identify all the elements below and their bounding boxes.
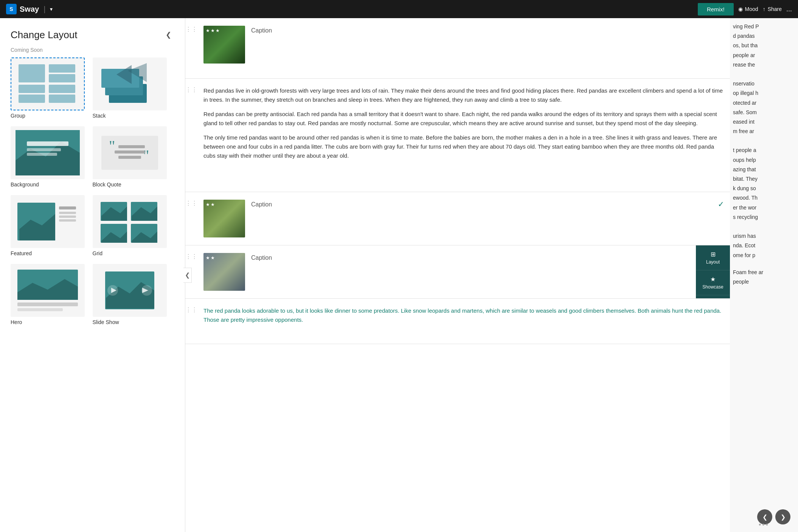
svg-rect-20 xyxy=(118,145,145,148)
svg-rect-5 xyxy=(19,95,45,103)
drag-handle-2[interactable]: ⋮⋮ xyxy=(185,79,197,93)
nav-dropdown[interactable]: ▾ xyxy=(50,6,53,12)
context-menu-showcase[interactable]: ★ Showcase xyxy=(696,270,730,295)
caption-text-4[interactable]: Caption xyxy=(251,253,272,261)
stars-3: ★ ★ xyxy=(206,202,215,207)
layout-item-group[interactable]: Group xyxy=(11,57,93,119)
far-right-line-2: d pandas xyxy=(733,31,795,41)
card-1-content: ★ ★ ★ Caption xyxy=(197,18,730,71)
coming-soon-label: Coming Soon xyxy=(0,47,185,57)
layout-item-block-quote[interactable]: " " Block Quote xyxy=(93,126,175,188)
far-right-line-21: s recycling xyxy=(733,212,795,222)
far-right-line-1: ving Red P xyxy=(733,22,795,31)
context-menu: ⊞ Layout ★ Showcase Delete xyxy=(696,245,730,298)
layout-item-hero[interactable]: Hero xyxy=(11,264,93,325)
quote-block: The red panda looks adorable to us, but … xyxy=(203,306,724,324)
share-button[interactable]: ↑ Share xyxy=(763,6,782,12)
showcase-label: Showcase xyxy=(702,284,723,290)
layout-label-stack: Stack xyxy=(93,113,106,119)
far-right-panel: ving Red P d pandas os, but tha people a… xyxy=(730,18,798,532)
svg-rect-22 xyxy=(118,156,141,159)
image-thumb-4[interactable]: ★ ★ xyxy=(203,253,245,291)
svg-rect-0 xyxy=(19,64,45,82)
content-card-3: ⋮⋮ ★ ★ Caption ✓ xyxy=(185,192,730,245)
mood-icon: ◉ xyxy=(738,6,743,12)
far-right-line-3: os, but tha xyxy=(733,41,795,50)
mood-button[interactable]: ◉ Mood xyxy=(738,6,758,12)
check-icon-3: ✓ xyxy=(712,192,730,209)
app-logo: S Sway xyxy=(6,4,39,14)
drag-handle-5[interactable]: ⋮⋮ xyxy=(185,299,197,313)
svg-text:": " xyxy=(143,147,149,164)
caption-text-3[interactable]: Caption xyxy=(251,200,272,208)
panel-header: Change Layout ❮ xyxy=(0,18,185,47)
far-right-line-24: nda. Ecot xyxy=(733,241,795,250)
far-right-line-22 xyxy=(733,222,795,231)
caption-text-1[interactable]: Caption xyxy=(251,26,272,34)
layout-thumb-slide-show xyxy=(93,264,167,317)
far-right-line-17: bitat. They xyxy=(733,174,795,184)
far-right-line-4: people ar xyxy=(733,51,795,60)
far-right-text: ving Red P d pandas os, but tha people a… xyxy=(730,18,798,290)
card-2-content: Red pandas live in old-growth forests wi… xyxy=(197,79,730,168)
far-right-line-9: otected ar xyxy=(733,98,795,108)
far-right-line-25: ome for p xyxy=(733,251,795,260)
svg-rect-26 xyxy=(59,212,76,214)
layout-thumb-grid xyxy=(93,195,167,248)
nav-divider: | xyxy=(43,5,45,14)
context-menu-delete[interactable]: Delete xyxy=(696,295,730,312)
far-right-line-23: urism has xyxy=(733,231,795,241)
para-2: Red pandas can be pretty antisocial. Eac… xyxy=(203,110,724,128)
layout-label-group: Group xyxy=(11,113,25,119)
layout-item-slide-show[interactable]: Slide Show xyxy=(93,264,175,325)
share-icon: ↑ xyxy=(763,6,765,12)
panel-edge-collapse[interactable]: ❮ xyxy=(183,268,192,283)
content-card-1: ⋮⋮ ★ ★ ★ Caption xyxy=(185,18,730,79)
far-right-foam: Foam free ar xyxy=(733,268,795,277)
remix-button[interactable]: Remix! xyxy=(698,3,734,16)
layout-grid: Group Stack xyxy=(0,57,185,340)
layout-thumb-stack xyxy=(93,57,167,110)
drag-handle-3[interactable]: ⋮⋮ xyxy=(185,192,197,207)
layout-item-featured[interactable]: Featured xyxy=(11,195,93,256)
img-caption-row-3: ★ ★ Caption xyxy=(203,200,706,237)
content-card-4: ⋮⋮ ★ ★ Caption ✓ ⊞ xyxy=(185,245,730,299)
main-area: Change Layout ❮ Coming Soon xyxy=(0,18,798,532)
svg-rect-2 xyxy=(49,74,75,82)
stars-1: ★ ★ ★ xyxy=(206,28,220,33)
layout-item-background[interactable]: Background xyxy=(11,126,93,188)
logo-icon: S xyxy=(6,4,17,14)
far-right-line-15: oups help xyxy=(733,155,795,165)
svg-rect-3 xyxy=(19,85,45,93)
image-thumb-1[interactable]: ★ ★ ★ xyxy=(203,26,245,64)
image-thumb-3[interactable]: ★ ★ xyxy=(203,200,245,237)
delete-label: Delete xyxy=(706,301,720,306)
layout-label-background: Background xyxy=(11,181,39,188)
content-card-5: ⋮⋮ The red panda looks adorable to us, b… xyxy=(185,299,730,344)
stars-4: ★ ★ xyxy=(206,255,215,261)
img-caption-row-4: ★ ★ Caption xyxy=(203,253,706,291)
layout-label-slide-show: Slide Show xyxy=(93,319,119,325)
card-3-content: ★ ★ Caption xyxy=(197,192,712,245)
svg-rect-25 xyxy=(59,206,76,209)
app-name: Sway xyxy=(20,5,39,14)
collapse-button[interactable]: ❮ xyxy=(162,29,174,41)
drag-handle-1[interactable]: ⋮⋮ xyxy=(185,18,197,33)
left-panel: Change Layout ❮ Coming Soon xyxy=(0,18,185,532)
layout-thumb-block-quote: " " xyxy=(93,126,167,179)
layout-item-grid[interactable]: Grid xyxy=(93,195,175,256)
svg-text:": " xyxy=(109,137,115,154)
layout-icon: ⊞ xyxy=(711,251,716,258)
next-arrow[interactable]: ❯ xyxy=(775,509,790,524)
layout-item-stack[interactable]: Stack xyxy=(93,57,175,119)
para-3: The only time red pandas want to be arou… xyxy=(203,133,724,160)
far-right-line-11: eased int xyxy=(733,117,795,127)
context-menu-layout[interactable]: ⊞ Layout xyxy=(696,245,730,270)
card-5-content: The red panda looks adorable to us, but … xyxy=(197,299,730,332)
svg-rect-4 xyxy=(49,85,75,93)
text-block-1: Red pandas live in old-growth forests wi… xyxy=(203,86,724,160)
drag-handle-4[interactable]: ⋮⋮ xyxy=(185,245,197,260)
more-button[interactable]: ... xyxy=(786,5,792,13)
svg-rect-15 xyxy=(27,148,61,151)
svg-rect-6 xyxy=(49,95,75,103)
